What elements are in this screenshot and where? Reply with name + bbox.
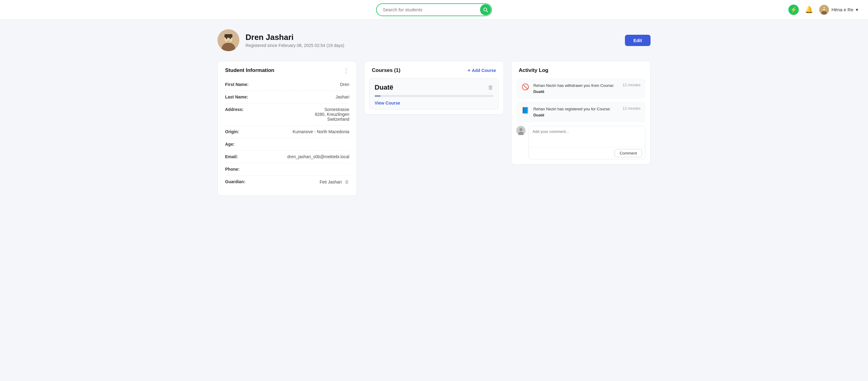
search-wrapper	[376, 3, 492, 16]
edit-button[interactable]: Edit	[625, 35, 651, 46]
topnav: ⚡ 🔔 Hëna e Re ▾	[0, 0, 868, 20]
profile-name: Dren Jashari	[246, 33, 619, 42]
address-label: Address:	[225, 107, 255, 112]
profile-meta: Registered since February 08, 2025 02:54…	[246, 43, 619, 48]
info-row-age: Age:	[225, 138, 349, 151]
svg-point-5	[823, 8, 824, 9]
student-info-card: Student Information ⋮ First Name: Dren L…	[217, 61, 357, 196]
activity-item-2: 📘 Rehan Neziri has registered you for Co…	[516, 102, 645, 122]
chevron-down-icon: ▾	[856, 7, 858, 12]
activity-item-1: 🚫 Rehan Neziri has withdrawn you from Co…	[516, 78, 645, 99]
add-course-button[interactable]: + Add Course	[468, 68, 496, 73]
svg-point-14	[519, 128, 522, 131]
svg-point-6	[825, 8, 825, 9]
info-row-lastname: Last Name: Jashari	[225, 91, 349, 103]
guardian-label: Guardian:	[225, 179, 255, 184]
activity-log-header: Activity Log	[512, 61, 650, 78]
more-options-icon[interactable]: ⋮	[343, 67, 349, 73]
activity-course-2: Duatë	[533, 113, 545, 117]
info-row-email: Email: dren_jashari_s0b@mektebi.local	[225, 151, 349, 163]
user-menu[interactable]: Hëna e Re ▾	[819, 5, 858, 14]
lastname-value: Jashari	[336, 94, 349, 99]
add-course-label: Add Course	[472, 68, 496, 73]
plus-icon: +	[468, 68, 470, 73]
email-label: Email:	[225, 154, 255, 159]
comment-box: Comment	[529, 126, 645, 159]
view-course-button[interactable]: View Course	[370, 97, 405, 109]
age-label: Age:	[225, 142, 255, 147]
activity-time-1: 12 minutes	[622, 83, 641, 87]
activity-course-1: Duatë	[533, 89, 545, 94]
info-table: First Name: Dren Last Name: Jashari Addr…	[218, 78, 356, 195]
lastname-label: Last Name:	[225, 94, 255, 99]
origin-value: Kumanove - North Macedonia	[292, 129, 349, 134]
info-row-firstname: First Name: Dren	[225, 78, 349, 91]
comment-section: Comment	[516, 126, 645, 159]
courses-card: Courses (1) + Add Course Duatë 🗑 View Co…	[364, 61, 503, 115]
info-row-guardian: Guardian: Feti Jashari 🗑	[225, 176, 349, 188]
register-icon: 📘	[521, 106, 530, 115]
columns: Student Information ⋮ First Name: Dren L…	[217, 61, 651, 196]
activity-time-2: 12 minutes	[622, 106, 641, 110]
info-row-phone: Phone:	[225, 163, 349, 176]
course-name: Duatë	[374, 84, 393, 91]
course-item: Duatë 🗑 View Course	[369, 78, 498, 109]
courses-header: Courses (1) + Add Course	[365, 61, 503, 78]
svg-point-11	[226, 38, 227, 39]
bolt-icon[interactable]: ⚡	[788, 5, 799, 15]
user-name-label: Hëna e Re	[831, 7, 854, 12]
withdraw-icon: 🚫	[521, 83, 530, 91]
info-row-origin: Origin: Kumanove - North Macedonia	[225, 126, 349, 138]
svg-point-12	[230, 38, 231, 39]
origin-label: Origin:	[225, 129, 255, 134]
guardian-value: Feti Jashari 🗑	[320, 179, 349, 184]
comment-footer: Comment	[529, 147, 645, 159]
firstname-value: Dren	[340, 82, 349, 87]
search-input[interactable]	[376, 3, 492, 16]
avatar	[819, 5, 829, 14]
activity-text-prefix-2: Rehan Neziri has registered you for Cour…	[533, 107, 611, 111]
guardian-delete-icon[interactable]: 🗑	[345, 179, 349, 184]
student-info-header: Student Information ⋮	[218, 61, 356, 78]
student-info-title: Student Information	[225, 67, 274, 73]
search-icon	[483, 7, 488, 12]
svg-line-1	[487, 11, 488, 12]
search-button[interactable]	[480, 4, 491, 15]
activity-text-1: Rehan Neziri has withdrawn you from Cour…	[533, 83, 619, 94]
activity-log-title: Activity Log	[519, 67, 548, 73]
firstname-label: First Name:	[225, 82, 255, 87]
topnav-right: ⚡ 🔔 Hëna e Re ▾	[788, 5, 858, 15]
phone-label: Phone:	[225, 167, 255, 171]
profile-avatar	[217, 29, 240, 51]
courses-title: Courses (1)	[372, 67, 400, 73]
comment-textarea[interactable]	[529, 126, 645, 146]
guardian-name: Feti Jashari	[320, 180, 342, 184]
activity-text-2: Rehan Neziri has registered you for Cour…	[533, 106, 619, 118]
activity-log-card: Activity Log 🚫 Rehan Neziri has withdraw…	[511, 61, 651, 165]
comment-avatar	[516, 126, 526, 135]
profile-info: Dren Jashari Registered since February 0…	[246, 33, 619, 48]
bell-icon[interactable]: 🔔	[805, 6, 813, 14]
address-value: Somestrasse 8280, Kreuzlingen Switzerlan…	[315, 107, 349, 122]
course-card-header: Duatë 🗑	[370, 78, 498, 95]
course-delete-icon[interactable]: 🗑	[488, 85, 494, 91]
main-content: Dren Jashari Registered since February 0…	[205, 20, 663, 205]
email-value: dren_jashari_s0b@mektebi.local	[287, 154, 349, 159]
comment-submit-button[interactable]: Comment	[615, 149, 642, 157]
profile-header: Dren Jashari Registered since February 0…	[217, 29, 651, 51]
svg-rect-10	[224, 34, 232, 38]
activity-text-prefix-1: Rehan Neziri has withdrawn you from Cour…	[533, 83, 614, 88]
info-row-address: Address: Somestrasse 8280, Kreuzlingen S…	[225, 103, 349, 126]
